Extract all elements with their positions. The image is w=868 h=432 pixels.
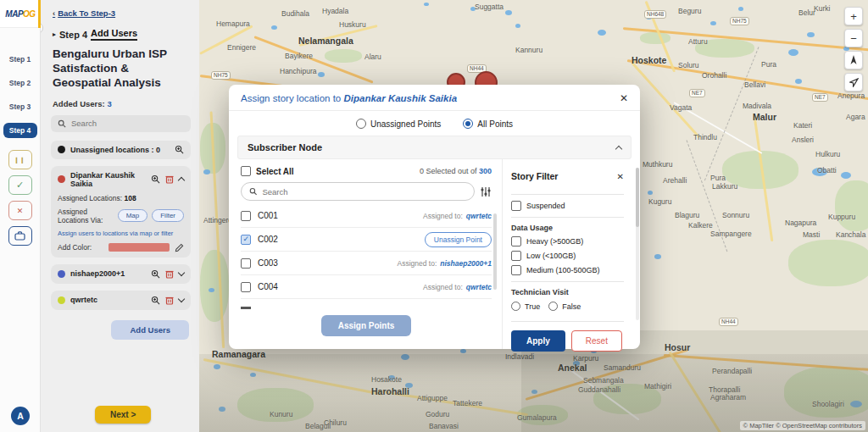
suspended-checkbox-option[interactable]: Suspended [511,201,624,211]
via-map-button[interactable]: Map [118,209,148,222]
delete-user-button[interactable] [165,174,174,184]
story-filter-close-button[interactable]: ✕ [617,172,624,181]
road-shield: NH44 [719,318,738,326]
user-avatar[interactable]: A [11,407,30,425]
list-scrollbar[interactable] [493,213,497,290]
toolbox-button[interactable] [8,226,32,246]
points-radio-option[interactable]: Unassigned Points [356,119,441,129]
modal-close-button[interactable]: ✕ [620,92,628,104]
map-place-label: Hoskote [632,55,666,65]
zoom-in-button[interactable]: + [844,7,863,25]
assign-points-button[interactable]: Assign Points [321,315,412,336]
zoom-in-magnifier-icon [151,174,160,184]
map-place-label: Pura [710,174,726,182]
subscriber-row[interactable]: C002 Unassign Point [241,228,492,252]
compass-button[interactable] [844,51,863,69]
modal-search-input[interactable] [262,187,466,197]
map-place-label: Beguru [678,7,701,15]
color-swatch[interactable] [108,243,170,252]
map-place-label: Nagapura [785,219,816,227]
search-input[interactable] [71,119,173,128]
map-place-label: Bayikere [285,52,313,60]
zoom-to-user-button[interactable] [151,269,160,279]
unassigned-locations-row[interactable]: Unassigned locations : 0 [51,141,191,159]
map-attribution[interactable]: © MapTiler © OpenStreetMap contributors [740,421,865,430]
map-place-label: Hulkuru [815,150,840,158]
locate-button[interactable] [844,73,863,91]
delete-user-button[interactable] [165,296,174,305]
step-nav-item[interactable]: Step 1 [3,52,37,67]
expand-user-button[interactable] [179,270,184,277]
modal-search[interactable] [241,182,475,201]
row-checkbox[interactable] [241,282,251,292]
data-usage-options: Heavy (>500GB) Low (<100GB) Medium (100-… [511,236,624,275]
left-rail: MAPOG Step 1Step 2Step 3Step 4 ❙❙ ✓ ✕ A [0,0,41,432]
apply-button[interactable]: Apply [511,330,565,352]
delete-user-button[interactable] [165,269,174,279]
app-logo[interactable]: MAPOG [0,0,41,28]
filter-sliders-button[interactable] [480,186,492,197]
map-place-label: Anepura [837,91,865,100]
user-card-header[interactable]: nishaep2000+1 [58,269,184,279]
cancel-button[interactable]: ✕ [8,201,32,220]
step-nav-item[interactable]: Step 4 [3,123,37,138]
pause-button[interactable]: ❙❙ [8,150,32,169]
search-icon [249,187,257,196]
subscriber-row[interactable]: C003 Assigned to: nishaep2000+1 [241,252,492,275]
row-checkbox[interactable] [241,211,251,221]
close-icon: ✕ [617,172,624,181]
sidebar-search[interactable] [51,115,191,132]
select-all-checkbox[interactable] [241,166,251,176]
unassign-point-button[interactable]: Unassign Point [425,232,492,247]
subscriber-id: C004 [258,282,278,291]
map-place-label: Ramanagara [212,349,265,359]
subscriber-node-header[interactable]: Subscriber Node [237,136,632,159]
map-place-label: Vagata [670,103,692,112]
via-filter-button[interactable]: Filter [152,209,184,222]
expand-user-button[interactable] [179,296,184,303]
search-icon [58,119,66,128]
map-place-label: Kuppuru [828,213,855,221]
map-place-label: Banavasi [429,422,459,430]
add-users-button[interactable]: Add Users [111,320,189,340]
map-place-label: Indlavadi [505,352,534,361]
map-place-label: Soluru [678,61,699,69]
usage-checkbox-option[interactable]: Medium (100-500GB) [511,265,624,275]
step-nav-item[interactable]: Step 3 [3,99,37,114]
subscriber-row[interactable]: C001 Assigned to: qwrtetc [241,204,492,228]
row-checkbox[interactable] [241,235,251,245]
road-shield: NE7 [689,89,705,97]
map-place-label: Ennigere [227,43,256,52]
next-button[interactable]: Next > [95,406,151,424]
technician-radio-option[interactable]: False [548,302,581,311]
back-to-step3-link[interactable]: ‹Back To Step-3 [53,8,115,18]
map-place-label: Chiluru [324,418,347,427]
zoom-to-unassigned-button[interactable] [175,145,184,154]
confirm-button[interactable]: ✓ [8,175,32,195]
user-card-header[interactable]: Dipankar Kaushik Saikia [58,171,184,188]
tab-add-users[interactable]: Add Users [91,28,137,41]
row-checkbox[interactable] [241,258,251,269]
collapse-user-button[interactable] [179,175,184,183]
zoom-to-user-button[interactable] [151,174,160,184]
usage-checkbox-option[interactable]: Heavy (>500GB) [511,236,624,246]
edit-color-button[interactable] [175,243,184,252]
map-place-label: Suggatta [475,3,504,11]
map-place-label: Harohalli [371,386,409,396]
map-place-label: Arehalli [663,176,687,185]
usage-checkbox-option[interactable]: Low (<100GB) [511,251,624,261]
logo-text-og: OG [23,9,36,19]
subscriber-row[interactable]: C004 Assigned to: qwrtetc [241,275,492,299]
points-radio-option[interactable]: All Points [463,119,513,129]
zoom-out-button[interactable]: − [844,29,863,47]
filter-scrollbar[interactable] [636,168,639,320]
map-place-label: Kalkere [688,221,713,230]
reset-button[interactable]: Reset [571,330,622,352]
story-filter-title: Story Filter [511,171,558,181]
pencil-icon [175,243,184,252]
user-card-header[interactable]: qwrtetc [58,296,184,305]
technician-radio-option[interactable]: True [511,302,540,311]
map-place-label: Obatti [817,166,837,174]
step-nav-item[interactable]: Step 2 [3,75,37,91]
zoom-to-user-button[interactable] [151,296,160,305]
